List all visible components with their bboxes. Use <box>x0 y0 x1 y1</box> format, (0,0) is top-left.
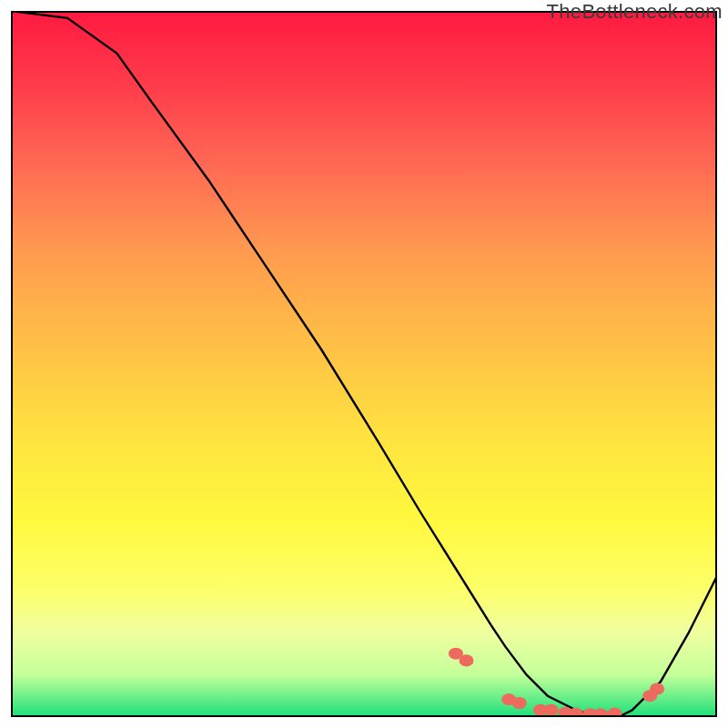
axis-bottom <box>11 715 717 717</box>
plot-area <box>11 11 717 717</box>
chart-svg <box>11 11 717 717</box>
axis-right <box>715 11 717 717</box>
chart-container: TheBottleneck.com <box>0 0 728 728</box>
marker-dot <box>512 697 527 709</box>
marker-dot <box>460 654 474 666</box>
marker-group <box>449 648 664 717</box>
marker-dot <box>650 682 664 694</box>
marker-dot <box>544 704 559 716</box>
curve-line <box>11 11 717 717</box>
watermark-text: TheBottleneck.com <box>547 0 723 24</box>
axis-left <box>11 11 13 717</box>
